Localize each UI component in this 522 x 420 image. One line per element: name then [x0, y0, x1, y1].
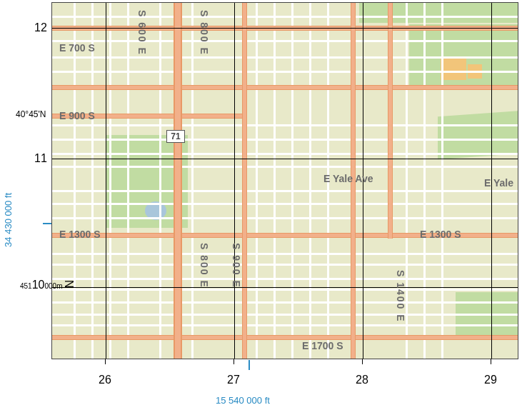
minor-road: [191, 3, 194, 359]
street-label-e1300s-right: E 1300 S: [420, 229, 461, 240]
minor-road: [423, 3, 426, 359]
utm-orientation: N: [64, 280, 76, 289]
minor-road: [52, 56, 518, 59]
y-axis-tick-11: 11: [34, 152, 47, 165]
minor-road: [52, 289, 518, 291]
minor-road: [52, 314, 518, 316]
minor-road: [74, 3, 76, 359]
minor-road: [291, 3, 293, 359]
utm-grid-line: [52, 159, 518, 159]
minor-road: [52, 124, 518, 126]
state-plane-east-tick: [249, 360, 250, 370]
minor-road: [52, 253, 518, 255]
minor-road: [91, 3, 94, 359]
street-label-e900s: E 900 S: [59, 110, 95, 121]
utm-grid-line: [106, 3, 106, 359]
state-plane-north-tick: [43, 223, 51, 224]
road-e800s: [52, 85, 518, 90]
minor-road: [52, 203, 518, 205]
street-label-e1700s: E 1700 S: [302, 340, 343, 351]
utm-prefix: 451: [20, 282, 32, 290]
minor-road: [52, 153, 518, 155]
minor-road: [52, 166, 518, 168]
utm-suffix: 000m: [44, 282, 62, 290]
minor-road: [127, 3, 129, 359]
y-axis-utm-label: 45110000mN: [20, 279, 76, 291]
x-axis-tick-28: 28: [356, 374, 368, 386]
minor-road: [309, 3, 311, 359]
x-tick: [491, 359, 491, 364]
x-axis-tick-27: 27: [227, 374, 240, 386]
graticule-line: [52, 28, 518, 29]
road-s1300e: [388, 3, 393, 239]
x-tick: [105, 359, 106, 364]
map-viewport[interactable]: 71 E 700 S E 900 S E 1300 S E 1300 S E 1…: [51, 2, 518, 359]
park-area: [359, 3, 518, 23]
street-label-yale: E Yale Ave: [323, 173, 373, 184]
minor-road: [159, 3, 161, 359]
utm-grid-line: [52, 287, 518, 288]
street-label-s600e: S 600 E: [136, 10, 148, 56]
state-plane-north-label: 34 430 000 ft: [3, 193, 14, 247]
street-label-e1300s: E 1300 S: [59, 229, 101, 240]
street-label-s900e: S 900 E: [231, 243, 242, 289]
minor-road: [109, 3, 111, 359]
y-axis-tick-12: 12: [34, 21, 47, 34]
route-shield-71: 71: [166, 130, 185, 143]
minor-road: [441, 3, 443, 359]
x-axis-tick-29: 29: [484, 374, 497, 386]
street-label-e700s: E 700 S: [59, 42, 95, 54]
highway-71: [174, 3, 182, 359]
lat-label: 40°45'N: [16, 109, 46, 119]
utm-grid-line: [234, 3, 235, 359]
street-label-yale-right: E Yale: [484, 177, 513, 189]
x-tick: [234, 359, 234, 364]
minor-road: [52, 40, 518, 42]
road-s900e: [242, 3, 247, 359]
park-area: [438, 111, 518, 159]
building: [441, 59, 466, 80]
minor-road: [52, 278, 518, 280]
street-label-s1400e: S 1400 E: [395, 270, 406, 323]
street-label-s800e-bot: S 800 E: [199, 243, 210, 289]
road-e1700s: [52, 335, 518, 340]
x-axis-tick-26: 26: [99, 374, 111, 386]
minor-road: [52, 71, 518, 73]
utm-main: 10: [32, 279, 45, 291]
minor-road: [273, 3, 276, 359]
minor-road: [52, 324, 518, 326]
state-plane-east-label: 15 540 000 ft: [216, 395, 270, 406]
minor-road: [52, 16, 518, 18]
minor-road: [256, 3, 258, 359]
street-label-s800e-top: S 800 E: [199, 10, 210, 56]
x-tick: [362, 359, 363, 364]
minor-road: [52, 190, 518, 192]
minor-road: [52, 301, 518, 304]
minor-road: [52, 139, 518, 141]
minor-road: [52, 264, 518, 266]
minor-road: [52, 217, 518, 219]
